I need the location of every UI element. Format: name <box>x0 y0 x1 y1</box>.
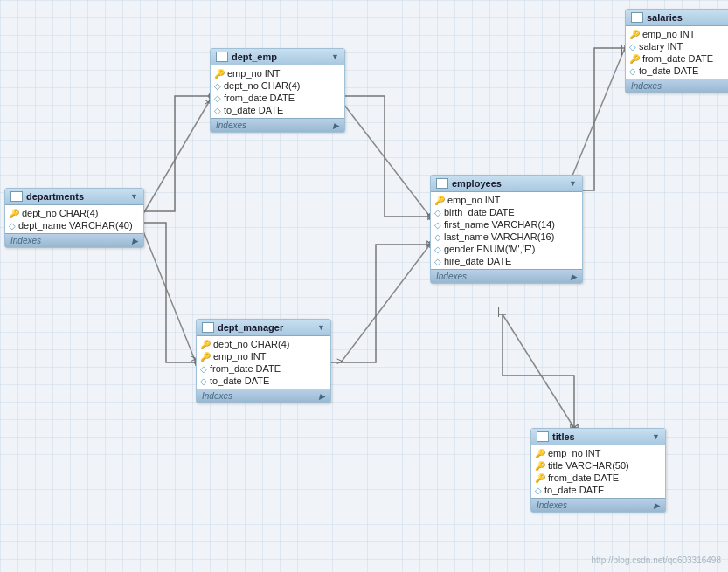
indexes-arrow-icon: ▶ <box>571 272 577 281</box>
diamond-icon: ◇ <box>434 220 441 230</box>
dropdown-arrow-icon[interactable]: ▼ <box>569 179 577 188</box>
dropdown-arrow-icon[interactable]: ▼ <box>652 432 660 441</box>
table-icon <box>202 322 214 333</box>
table-row: ◇ birth_date DATE <box>431 206 582 218</box>
table-row: 🔑 emp_no INT <box>431 194 582 206</box>
table-row: ◇ to_date DATE <box>197 375 330 387</box>
table-dept-emp: dept_emp ▼ 🔑 emp_no INT ◇ dept_no CHAR(4… <box>210 48 345 133</box>
diamond-icon: ◇ <box>214 106 221 115</box>
svg-line-6 <box>341 100 430 217</box>
table-row: 🔑 emp_no INT <box>626 28 728 40</box>
field-name: emp_no INT <box>447 195 501 205</box>
table-row: ◇ salary INT <box>626 40 728 52</box>
table-body: 🔑 dept_no CHAR(4) ◇ dept_name VARCHAR(40… <box>5 205 143 233</box>
table-row: ◇ hire_date DATE <box>431 255 582 267</box>
table-row: ◇ from_date DATE <box>211 92 344 104</box>
table-row: ◇ from_date DATE <box>197 362 330 375</box>
pk-icon: 🔑 <box>629 30 640 39</box>
diamond-icon: ◇ <box>9 221 16 231</box>
table-row: ◇ dept_name VARCHAR(40) <box>5 219 143 231</box>
table-row: 🔑 emp_no INT <box>531 447 665 459</box>
table-title: dept_manager <box>218 322 283 333</box>
field-name: from_date DATE <box>224 93 295 103</box>
table-row: 🔑 emp_no INT <box>197 350 330 362</box>
table-body: 🔑 emp_no INT ◇ dept_no CHAR(4) ◇ from_da… <box>211 65 344 118</box>
table-header-employees[interactable]: employees ▼ <box>431 176 582 192</box>
dropdown-arrow-icon[interactable]: ▼ <box>317 323 325 332</box>
pk-icon: 🔑 <box>214 69 225 79</box>
table-header-salaries[interactable]: salaries ▼ <box>626 10 728 26</box>
table-body: 🔑 emp_no INT 🔑 title VARCHAR(50) 🔑 from_… <box>531 445 665 498</box>
field-name: emp_no INT <box>548 448 601 458</box>
field-name: from_date DATE <box>210 363 281 374</box>
table-row: 🔑 from_date DATE <box>531 472 665 484</box>
table-row: 🔑 dept_no CHAR(4) <box>5 207 143 219</box>
table-row: 🔑 dept_no CHAR(4) <box>197 338 330 350</box>
indexes-arrow-icon: ▶ <box>333 121 339 130</box>
table-row: ◇ gender ENUM('M','F') <box>431 243 582 255</box>
table-header-dept-emp[interactable]: dept_emp ▼ <box>211 49 344 65</box>
table-row: ◇ to_date DATE <box>211 104 344 116</box>
svg-line-0 <box>142 100 210 217</box>
table-row: ◇ first_name VARCHAR(14) <box>431 218 582 231</box>
table-departments: departments ▼ 🔑 dept_no CHAR(4) ◇ dept_n… <box>4 188 144 248</box>
diamond-icon: ◇ <box>434 232 441 242</box>
table-title: dept_emp <box>232 52 277 62</box>
pk-icon: 🔑 <box>535 461 545 471</box>
table-row: 🔑 emp_no INT <box>211 67 344 79</box>
field-name: to_date DATE <box>639 65 698 76</box>
table-header-departments[interactable]: departments ▼ <box>5 189 143 205</box>
field-name: to_date DATE <box>544 485 604 495</box>
indexes-label: Indexes <box>631 81 662 91</box>
field-name: to_date DATE <box>210 376 269 386</box>
indexes-section-dept-emp[interactable]: Indexes ▶ <box>211 118 344 132</box>
field-name: gender ENUM('M','F') <box>444 244 535 254</box>
dropdown-arrow-icon[interactable]: ▼ <box>130 192 138 201</box>
table-employees: employees ▼ 🔑 emp_no INT ◇ birth_date DA… <box>430 175 583 284</box>
pk-icon: 🔑 <box>434 196 445 205</box>
pk-icon: 🔑 <box>200 340 211 349</box>
indexes-section-dept-manager[interactable]: Indexes ▶ <box>197 389 330 403</box>
table-body: 🔑 emp_no INT ◇ birth_date DATE ◇ first_n… <box>431 192 582 269</box>
indexes-arrow-icon: ▶ <box>132 237 138 245</box>
table-body: 🔑 dept_no CHAR(4) 🔑 emp_no INT ◇ from_da… <box>197 336 330 389</box>
indexes-section-employees[interactable]: Indexes ▶ <box>431 269 582 283</box>
diamond-icon: ◇ <box>535 486 542 495</box>
indexes-section-departments[interactable]: Indexes ▶ <box>5 233 143 247</box>
indexes-section-titles[interactable]: Indexes ▶ <box>531 498 665 512</box>
indexes-label: Indexes <box>537 500 567 510</box>
table-titles: titles ▼ 🔑 emp_no INT 🔑 title VARCHAR(50… <box>530 428 666 513</box>
field-name: first_name VARCHAR(14) <box>444 219 555 230</box>
table-row: ◇ to_date DATE <box>531 484 665 496</box>
diamond-icon: ◇ <box>200 364 207 374</box>
table-salaries: salaries ▼ 🔑 emp_no INT ◇ salary INT 🔑 f… <box>625 9 728 93</box>
svg-line-9 <box>341 245 430 362</box>
table-row: ◇ last_name VARCHAR(16) <box>431 231 582 243</box>
table-header-titles[interactable]: titles ▼ <box>531 429 665 445</box>
diamond-icon: ◇ <box>434 257 441 266</box>
svg-text:|: | <box>621 43 623 55</box>
field-name: emp_no INT <box>213 351 267 362</box>
field-name: hire_date DATE <box>444 256 511 266</box>
field-name: dept_name VARCHAR(40) <box>18 220 133 231</box>
table-row: 🔑 from_date DATE <box>626 52 728 65</box>
table-row: ◇ to_date DATE <box>626 65 728 77</box>
field-name: dept_no CHAR(4) <box>22 208 98 218</box>
field-name: last_name VARCHAR(16) <box>444 231 554 242</box>
indexes-arrow-icon: ▶ <box>319 392 325 401</box>
table-header-dept-manager[interactable]: dept_manager ▼ <box>197 320 330 336</box>
diamond-icon: ◇ <box>629 66 636 76</box>
table-body: 🔑 emp_no INT ◇ salary INT 🔑 from_date DA… <box>626 26 728 79</box>
table-icon <box>631 12 643 23</box>
field-name: emp_no INT <box>227 68 281 79</box>
indexes-arrow-icon: ▶ <box>654 501 660 510</box>
svg-text:|: | <box>497 305 500 317</box>
table-icon <box>216 52 228 62</box>
field-name: to_date DATE <box>224 105 283 115</box>
table-row: ◇ dept_no CHAR(4) <box>211 79 344 92</box>
table-icon <box>10 191 23 202</box>
dropdown-arrow-icon[interactable]: ▼ <box>331 52 339 61</box>
field-name: emp_no INT <box>642 29 696 39</box>
pk-icon: 🔑 <box>535 449 545 458</box>
indexes-section-salaries[interactable]: Indexes ▶ <box>626 79 728 93</box>
